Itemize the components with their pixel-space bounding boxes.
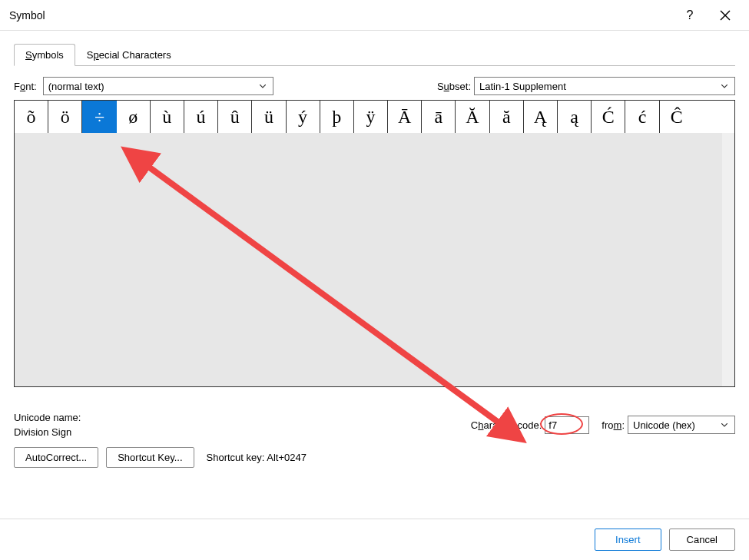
- font-label: Font:: [14, 81, 37, 92]
- symbol-cell[interactable]: ć: [625, 101, 659, 133]
- chevron-down-icon[interactable]: [718, 416, 731, 433]
- shortcut-key-text: Shortcut key: Alt+0247: [207, 452, 307, 463]
- charcode-label: Character code:: [471, 419, 542, 431]
- font-subset-row: Font: (normal text) Subset: Latin-1 Supp…: [14, 77, 735, 95]
- chevron-down-icon[interactable]: [718, 78, 731, 94]
- from-label: from:: [602, 419, 625, 431]
- window-title: Symbol: [9, 9, 672, 22]
- unicode-name-label: Unicode name:: [14, 412, 81, 423]
- symbol-cell[interactable]: ü: [252, 101, 286, 133]
- symbol-cell[interactable]: Ć: [592, 101, 625, 133]
- symbol-cell[interactable]: Ă: [456, 101, 489, 133]
- charcode-input[interactable]: [545, 416, 589, 434]
- cancel-button[interactable]: Cancel: [669, 529, 735, 551]
- dialog-body: Symbols Special Characters Font: (normal…: [0, 31, 749, 477]
- scrollbar[interactable]: [722, 133, 734, 386]
- symbol-cell[interactable]: ý: [287, 101, 320, 133]
- symbol-cell[interactable]: ă: [490, 101, 524, 133]
- dialog-footer: Insert Cancel: [0, 519, 749, 560]
- symbol-cell[interactable]: Ą: [524, 101, 558, 133]
- subset-combo[interactable]: Latin-1 Supplement: [474, 77, 735, 95]
- symbol-cell[interactable]: ÷: [82, 101, 116, 133]
- info-row: Unicode name: Division Sign Character co…: [14, 412, 735, 438]
- symbol-cell[interactable]: ø: [117, 101, 151, 133]
- symbol-cell[interactable]: ö: [48, 101, 82, 133]
- symbol-cell[interactable]: ú: [184, 101, 218, 133]
- symbol-cell[interactable]: ą: [558, 101, 592, 133]
- help-button[interactable]: ?: [672, 0, 708, 31]
- symbol-cell[interactable]: Ā: [388, 101, 422, 133]
- symbol-cell[interactable]: ā: [422, 101, 456, 133]
- from-value: Unicode (hex): [633, 419, 718, 431]
- chevron-down-icon[interactable]: [256, 78, 270, 94]
- subset-label: Subset:: [437, 81, 471, 92]
- close-button[interactable]: [708, 0, 743, 31]
- symbol-row: õö÷øùúûüýþÿĀāĂăĄąĆćĈ: [15, 100, 734, 133]
- font-value: (normal text): [48, 81, 256, 92]
- symbol-cell[interactable]: þ: [320, 101, 354, 133]
- titlebar: Symbol ?: [0, 0, 749, 31]
- unicode-name-value: Division Sign: [14, 426, 81, 438]
- symbol-cell[interactable]: û: [218, 101, 252, 133]
- symbol-cell[interactable]: Ĉ: [660, 101, 694, 133]
- button-row: AutoCorrect... Shortcut Key... Shortcut …: [14, 447, 735, 468]
- font-combo[interactable]: (normal text): [43, 77, 273, 95]
- shortcut-key-button[interactable]: Shortcut Key...: [106, 447, 194, 468]
- autocorrect-button[interactable]: AutoCorrect...: [14, 447, 98, 468]
- subset-value: Latin-1 Supplement: [479, 81, 718, 92]
- from-combo[interactable]: Unicode (hex): [628, 416, 735, 434]
- insert-button[interactable]: Insert: [595, 529, 661, 551]
- symbol-cell[interactable]: ù: [151, 101, 184, 133]
- tab-special-characters[interactable]: Special Characters: [75, 44, 183, 66]
- tab-strip: Symbols Special Characters: [14, 43, 735, 66]
- symbol-grid-area: õö÷øùúûüýþÿĀāĂăĄąĆćĈ: [14, 100, 735, 387]
- symbol-grid-body: [15, 133, 734, 386]
- symbol-cell[interactable]: õ: [15, 101, 48, 133]
- tab-symbols[interactable]: Symbols: [14, 44, 75, 66]
- symbol-cell[interactable]: ÿ: [354, 101, 388, 133]
